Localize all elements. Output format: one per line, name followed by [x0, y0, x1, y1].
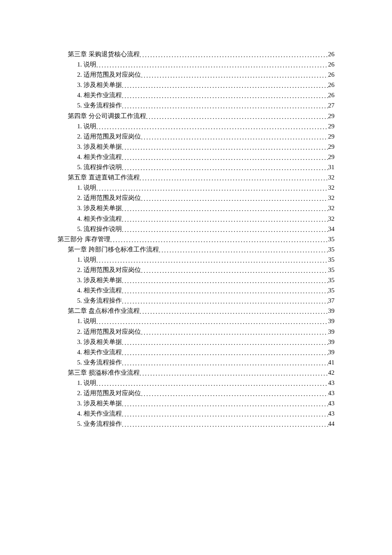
toc-entry-text: 5. 业务流程操作 [77, 419, 122, 429]
toc-entry: 1. 说明32 [77, 182, 334, 193]
toc-entry: 1. 说明29 [77, 121, 334, 131]
toc-entry-text: 第二章 盘点标准作业流程 [68, 306, 140, 316]
toc-entry: 1. 说明43 [77, 378, 334, 388]
toc-entry: 1. 说明26 [77, 59, 334, 69]
toc-entry-text: 5. 流程操作说明 [77, 224, 122, 234]
toc-entry-text: 第一章 跨部门移仓标准工作流程 [68, 244, 159, 254]
toc-entry-page: 39 [328, 347, 334, 357]
toc-entry: 1. 说明39 [77, 316, 334, 326]
toc-entry-page: 44 [328, 419, 334, 429]
toc-leader-dots [96, 317, 328, 327]
toc-entry-page: 35 [328, 254, 334, 265]
toc-entry-text: 3. 涉及相关单据 [77, 275, 122, 285]
toc-entry: 3. 涉及相关单据39 [77, 337, 334, 347]
toc-entry: 第三章 损溢标准作业流程42 [68, 367, 334, 378]
toc-leader-dots [122, 225, 328, 235]
toc-leader-dots [122, 358, 328, 368]
toc-entry-page: 39 [328, 306, 334, 316]
toc-leader-dots [140, 173, 328, 183]
toc-leader-dots [96, 60, 328, 70]
toc-entry: 第三章 采购退货核心流程26 [68, 49, 334, 59]
toc-entry-page: 39 [328, 327, 334, 337]
toc-leader-dots [122, 163, 328, 173]
toc-entry-text: 2. 适用范围及对应岗位 [77, 193, 141, 203]
toc-entry-text: 2. 适用范围及对应岗位 [77, 69, 141, 80]
toc-entry-text: 第三部分 库存管理 [58, 234, 110, 244]
toc-entry: 4. 相关作业流程26 [77, 90, 334, 100]
toc-entry-page: 26 [328, 80, 334, 90]
toc-entry-page: 26 [328, 59, 334, 69]
toc-leader-dots [96, 183, 328, 194]
toc-entry: 2. 适用范围及对应岗位32 [77, 193, 334, 203]
toc-entry: 4. 相关作业流程39 [77, 347, 334, 357]
toc-entry: 2. 适用范围及对应岗位39 [77, 327, 334, 337]
toc-entry-page: 43 [328, 408, 334, 419]
toc-entry: 5. 业务流程操作37 [77, 295, 334, 306]
toc-entry-text: 5. 业务流程操作 [77, 295, 122, 306]
toc-entry-page: 41 [328, 357, 334, 367]
toc-entry: 第一章 跨部门移仓标准工作流程35 [68, 244, 334, 254]
toc-entry-text: 3. 涉及相关单据 [77, 337, 122, 347]
toc-entry-page: 32 [328, 193, 334, 203]
toc-entry-text: 1. 说明 [77, 59, 96, 69]
toc-entry-text: 第三章 采购退货核心流程 [68, 49, 140, 59]
toc-entry: 2. 适用范围及对应岗位29 [77, 131, 334, 142]
toc-entry-text: 1. 说明 [77, 182, 96, 193]
toc-entry-text: 5. 业务流程操作 [77, 357, 122, 367]
toc-entry-text: 4. 相关作业流程 [77, 152, 122, 162]
toc-entry-page: 34 [328, 224, 334, 234]
toc-entry-page: 32 [328, 172, 334, 182]
toc-entry-page: 29 [328, 152, 334, 162]
toc-entry: 5. 业务流程操作27 [77, 100, 334, 110]
toc-entry: 2. 适用范围及对应岗位26 [77, 69, 334, 80]
toc-leader-dots [122, 91, 328, 101]
toc-entry-page: 43 [328, 378, 334, 388]
toc-leader-dots [122, 286, 328, 296]
toc-leader-dots [140, 50, 328, 60]
toc-entry-text: 第三章 损溢标准作业流程 [68, 367, 140, 378]
toc-entry-text: 3. 涉及相关单据 [77, 142, 122, 152]
toc-leader-dots [122, 348, 328, 358]
toc-entry: 5. 业务流程操作44 [77, 419, 334, 429]
toc-leader-dots [96, 255, 328, 266]
toc-entry-text: 4. 相关作业流程 [77, 285, 122, 295]
toc-entry-text: 3. 涉及相关单据 [77, 398, 122, 408]
toc-entry: 第二章 盘点标准作业流程39 [68, 306, 334, 316]
toc-entry: 第五章 直进直销工作流程32 [68, 172, 334, 182]
toc-entry: 5. 流程操作说明31 [77, 162, 334, 172]
toc-entry-page: 29 [328, 131, 334, 142]
toc-leader-dots [122, 409, 328, 419]
toc-entry-page: 43 [328, 388, 334, 398]
toc-entry: 2. 适用范围及对应岗位35 [77, 265, 334, 275]
toc-entry-text: 第五章 直进直销工作流程 [68, 172, 140, 182]
toc-entry: 5. 业务流程操作41 [77, 357, 334, 367]
toc-leader-dots [122, 101, 328, 111]
toc-entry: 4. 相关作业流程29 [77, 152, 334, 162]
toc-entry-text: 1. 说明 [77, 378, 96, 388]
toc-entry-page: 35 [328, 285, 334, 295]
toc-leader-dots [122, 204, 328, 214]
toc-entry: 第四章 分公司调拨工作流程29 [68, 111, 334, 121]
toc-entry-text: 1. 说明 [77, 121, 96, 131]
toc-leader-dots [122, 296, 328, 306]
toc-leader-dots [122, 338, 328, 348]
toc-entry-page: 39 [328, 316, 334, 326]
toc-entry: 4. 相关作业流程43 [77, 408, 334, 419]
toc-entry-page: 26 [328, 49, 334, 59]
toc-entry-text: 2. 适用范围及对应岗位 [77, 388, 141, 398]
toc-entry-page: 35 [328, 265, 334, 275]
toc-entry-text: 3. 涉及相关单据 [77, 80, 122, 90]
toc-leader-dots [141, 266, 328, 276]
toc-entry: 4. 相关作业流程32 [77, 214, 334, 224]
toc-entry-page: 42 [328, 367, 334, 378]
toc-leader-dots [141, 194, 328, 204]
toc-entry-page: 29 [328, 142, 334, 152]
toc-entry-text: 5. 流程操作说明 [77, 162, 122, 172]
toc-entry-text: 2. 适用范围及对应岗位 [77, 131, 141, 142]
toc-leader-dots [141, 70, 328, 81]
toc-leader-dots [141, 327, 328, 338]
toc-leader-dots [122, 214, 328, 225]
toc-leader-dots [122, 81, 328, 91]
toc-entry: 2. 适用范围及对应岗位43 [77, 388, 334, 398]
toc-leader-dots [122, 142, 328, 153]
